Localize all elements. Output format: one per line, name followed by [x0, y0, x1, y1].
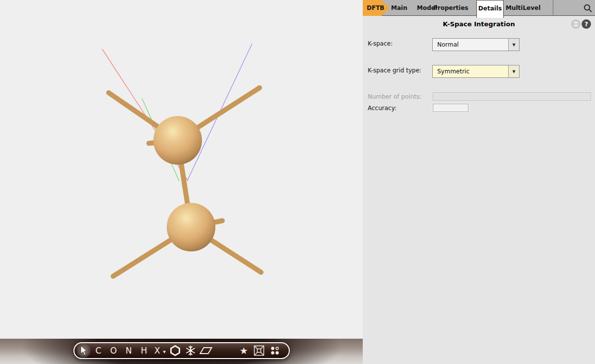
- select-tool-button[interactable]: [76, 343, 91, 358]
- tab-properties[interactable]: Properties: [433, 0, 468, 16]
- kspace-grid-type-dropdown-button[interactable]: ▼: [508, 65, 519, 77]
- accuracy-label: Accuracy:: [368, 105, 397, 112]
- kspace-dropdown-button[interactable]: ▼: [508, 39, 519, 51]
- tab-dftb[interactable]: DFTB: [363, 0, 390, 16]
- atom[interactable]: [153, 116, 202, 165]
- element-nitrogen-button[interactable]: N: [121, 343, 136, 358]
- settings-panel: DFTB Main Model Properties Details Multi…: [363, 0, 595, 364]
- accuracy-input[interactable]: [433, 104, 468, 112]
- atom[interactable]: [167, 203, 215, 251]
- molecule-viewport[interactable]: C O N H X ▼: [0, 0, 363, 364]
- element-carbon-button[interactable]: C: [91, 343, 106, 358]
- parallelogram-icon: [199, 346, 212, 355]
- snowflake-icon: [185, 345, 196, 356]
- freeze-tool-button[interactable]: [183, 343, 198, 358]
- search-icon: [583, 5, 593, 15]
- number-of-points-input: [433, 92, 591, 101]
- tab-separator: [553, 0, 553, 16]
- draw-toolbar: C O N H X ▼: [73, 342, 290, 359]
- hamburger-icon: [574, 22, 578, 23]
- element-hydrogen-button[interactable]: H: [136, 343, 152, 358]
- chevron-down-icon: ▼: [512, 69, 515, 74]
- perspective-box-button[interactable]: [252, 343, 267, 358]
- element-oxygen-button[interactable]: O: [106, 343, 121, 358]
- star-tool-button[interactable]: ★: [236, 343, 252, 358]
- hexagon-icon: [170, 345, 181, 356]
- page-title: K-Space Integration: [363, 20, 595, 28]
- element-picker-arrow-icon[interactable]: ▼: [163, 350, 168, 354]
- molecule-canvas[interactable]: [0, 0, 363, 364]
- perspective-box-icon: [253, 345, 265, 357]
- number-of-points-label: Number of points:: [368, 93, 421, 100]
- kspace-grid-type-label: K-space grid type:: [368, 67, 421, 74]
- element-x-button[interactable]: X: [151, 343, 163, 358]
- kspace-grid-type-dropdown[interactable]: Symmetric ▼: [432, 65, 520, 78]
- search-button[interactable]: [583, 3, 593, 13]
- tab-main[interactable]: Main: [391, 0, 407, 16]
- tab-details[interactable]: Details: [476, 0, 504, 18]
- ring-tool-button[interactable]: [168, 343, 183, 358]
- help-button[interactable]: ?: [582, 19, 591, 29]
- panel-tab-bar: DFTB Main Model Properties Details Multi…: [363, 0, 595, 16]
- chevron-down-icon: ▼: [512, 43, 515, 47]
- panel-menu-button[interactable]: [571, 19, 581, 29]
- app-window: C O N H X ▼: [0, 0, 595, 364]
- kspace-grid-type-value: Symmetric: [433, 65, 508, 77]
- tab-multilevel[interactable]: MultiLevel: [506, 0, 540, 16]
- dots-grid-icon: [269, 345, 280, 356]
- cursor-icon: [80, 346, 87, 356]
- plane-tool-button[interactable]: [198, 343, 213, 358]
- dots-grid-button[interactable]: [266, 343, 283, 358]
- kspace-value: Normal: [433, 39, 508, 51]
- kspace-dropdown[interactable]: Normal ▼: [432, 38, 520, 51]
- kspace-label: K-space:: [368, 40, 393, 47]
